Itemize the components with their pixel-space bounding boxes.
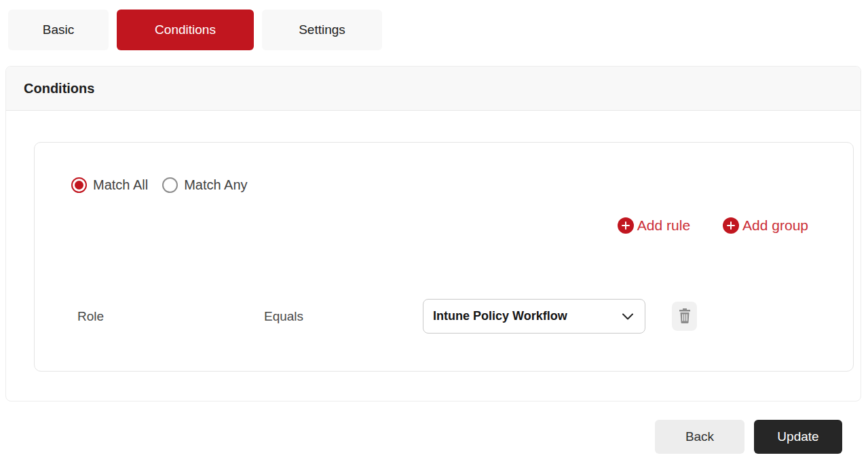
plus-circle-icon [723, 217, 739, 234]
match-mode-group: Match All Match Any [71, 177, 256, 193]
match-any-radio[interactable] [162, 177, 178, 193]
back-button[interactable]: Back [655, 420, 744, 454]
tab-basic[interactable]: Basic [8, 10, 109, 50]
tab-bar: Basic Conditions Settings [8, 10, 382, 50]
match-all-label: Match All [93, 177, 148, 193]
chevron-down-icon [622, 312, 634, 321]
rule-actions: Add rule Add group [35, 217, 808, 234]
rule-operator-label: Equals [264, 309, 303, 324]
tab-settings[interactable]: Settings [262, 10, 382, 50]
rule-field-label: Role [77, 309, 104, 324]
update-button[interactable]: Update [754, 420, 842, 454]
rule-value-select[interactable]: Intune Policy Workflow [423, 299, 645, 334]
plus-circle-icon [618, 217, 634, 234]
add-rule-button[interactable]: Add rule [618, 217, 690, 234]
delete-rule-button[interactable] [672, 302, 697, 331]
add-group-button[interactable]: Add group [723, 217, 808, 234]
panel-title: Conditions [6, 67, 861, 111]
rule-value-selected-option: Intune Policy Workflow [433, 309, 567, 323]
add-group-label: Add group [742, 217, 808, 234]
tab-conditions[interactable]: Conditions [117, 10, 254, 50]
rule-group-card: Match All Match Any Add rule [34, 142, 854, 372]
match-any-label: Match Any [184, 177, 247, 193]
trash-icon [678, 308, 692, 325]
match-all-radio[interactable] [71, 177, 87, 193]
add-rule-label: Add rule [637, 217, 690, 234]
conditions-panel: Conditions Match All Match Any Add rule [5, 66, 861, 401]
